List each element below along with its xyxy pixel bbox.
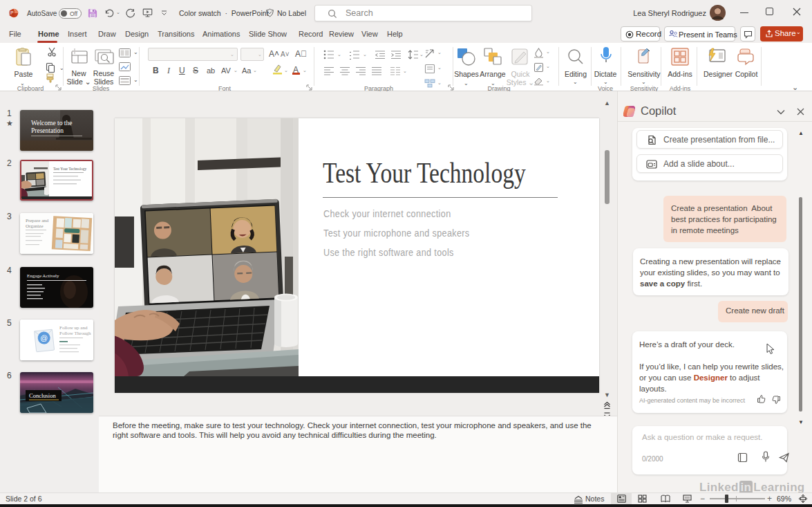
svg-text:Follow Through: Follow Through [59,331,91,336]
svg-text:Welcome to the: Welcome to the [31,120,72,127]
svg-text:Presentation: Presentation [31,127,64,134]
svg-text:Follow up and: Follow up and [59,325,88,331]
svg-text:Conclusion: Conclusion [29,392,56,399]
svg-text:Test Your Technology: Test Your Technology [53,167,86,171]
svg-text:Engage Actively: Engage Actively [27,273,59,279]
svg-text:P: P [10,10,14,15]
svg-text:@: @ [39,333,48,342]
svg-text:Prepare and: Prepare and [26,218,49,223]
svg-text:Organize: Organize [26,223,44,229]
